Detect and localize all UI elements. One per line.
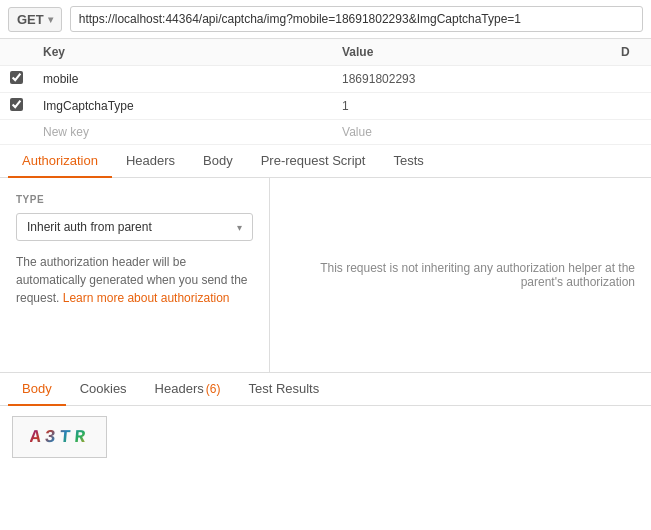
url-bar: GET ▾ (0, 0, 651, 39)
row2-key: ImgCaptchaType (33, 93, 332, 120)
auth-left: TYPE Inherit auth from parent ▾ The auth… (0, 178, 270, 372)
method-selector[interactable]: GET ▾ (8, 7, 62, 32)
row2-desc (611, 93, 651, 120)
table-row: mobile 18691802293 (0, 66, 651, 93)
tab-authorization[interactable]: Authorization (8, 145, 112, 178)
auth-learn-more-link[interactable]: Learn more about authorization (63, 291, 230, 305)
auth-panel: TYPE Inherit auth from parent ▾ The auth… (0, 178, 651, 373)
bottom-tabs: Body Cookies Headers(6) Test Results (0, 373, 651, 406)
row1-checkbox[interactable] (10, 71, 23, 84)
url-input[interactable] (70, 6, 643, 32)
tab-headers[interactable]: Headers (112, 145, 189, 178)
bottom-tab-cookies[interactable]: Cookies (66, 373, 141, 406)
new-param-row: New key Value (0, 120, 651, 145)
headers-badge: (6) (206, 382, 221, 396)
auth-right-text: This request is not inheriting any autho… (286, 261, 635, 289)
method-label: GET (17, 12, 44, 27)
tab-tests[interactable]: Tests (379, 145, 437, 178)
bottom-tab-test-results[interactable]: Test Results (234, 373, 333, 406)
row1-key: mobile (33, 66, 332, 93)
new-value-placeholder[interactable]: Value (332, 120, 611, 145)
th-value: Value (332, 39, 611, 66)
bottom-tab-headers[interactable]: Headers(6) (141, 373, 235, 406)
captcha-text: A3TR (29, 427, 90, 447)
new-desc-placeholder (611, 120, 651, 145)
tab-body[interactable]: Body (189, 145, 247, 178)
new-key-placeholder[interactable]: New key (33, 120, 332, 145)
row2-checkbox[interactable] (10, 98, 23, 111)
row2-value: 1 (332, 93, 611, 120)
table-row: ImgCaptchaType 1 (0, 93, 651, 120)
type-value: Inherit auth from parent (27, 220, 152, 234)
tab-prerequest[interactable]: Pre-request Script (247, 145, 380, 178)
method-chevron: ▾ (48, 14, 53, 25)
auth-right: This request is not inheriting any autho… (270, 178, 651, 372)
row1-desc (611, 66, 651, 93)
bottom-tab-body[interactable]: Body (8, 373, 66, 406)
captcha-image: A3TR (12, 416, 107, 458)
captcha-area: A3TR (0, 406, 651, 468)
main-tabs: Authorization Headers Body Pre-request S… (0, 145, 651, 178)
th-checkbox (0, 39, 33, 66)
th-desc: D (611, 39, 651, 66)
type-select[interactable]: Inherit auth from parent ▾ (16, 213, 253, 241)
row1-value: 18691802293 (332, 66, 611, 93)
type-chevron-icon: ▾ (237, 222, 242, 233)
type-label: TYPE (16, 194, 253, 205)
auth-description: The authorization header will be automat… (16, 253, 253, 307)
params-table: Key Value D mobile 18691802293 ImgCaptch… (0, 39, 651, 145)
th-key: Key (33, 39, 332, 66)
